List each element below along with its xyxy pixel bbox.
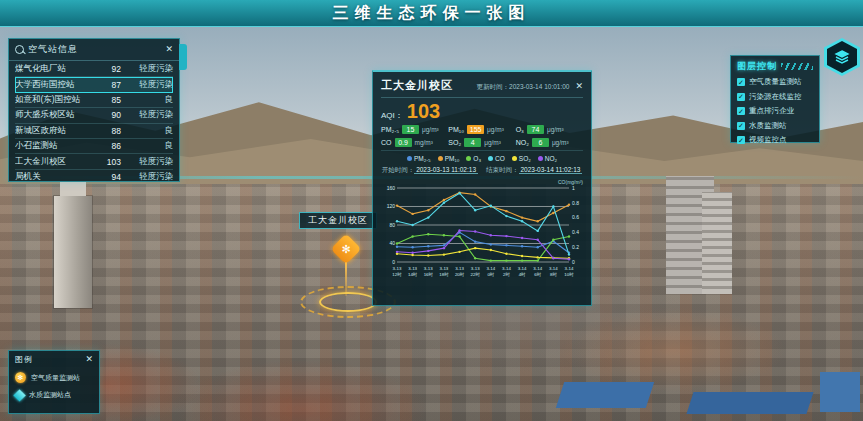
water-station-marker-icon (13, 389, 26, 402)
map-marker-label[interactable]: 工大金川校区 (299, 212, 377, 229)
svg-text:22时: 22时 (471, 272, 481, 277)
page-title: 三维生态环保一张图 (333, 3, 531, 24)
legend-label: O₃ (473, 155, 481, 162)
station-row[interactable]: 煤气化电厂站 92 轻度污染 (15, 62, 173, 77)
pollutant-unit: mg/m³ (415, 139, 433, 146)
station-aqi: 92 (97, 64, 121, 74)
map-building (686, 392, 813, 414)
pollutant-chip: NO₂ 6 μg/m³ (516, 138, 583, 147)
station-name: 新城区政府站 (15, 125, 97, 137)
close-icon[interactable]: ✕ (575, 82, 583, 91)
update-time-value: 2023-03-14 10:01:00 (509, 83, 569, 90)
close-icon[interactable]: ✕ (165, 45, 173, 54)
pollutant-label: PM₁₀ (448, 126, 464, 133)
legend-item[interactable]: CO (488, 155, 505, 162)
svg-text:2时: 2时 (503, 272, 510, 277)
layer-item[interactable]: 重点排污企业 (737, 106, 813, 116)
station-name: 大学西街国控站 (15, 79, 97, 91)
svg-text:0: 0 (392, 259, 395, 265)
checkbox-checked-icon[interactable] (737, 78, 745, 86)
station-row[interactable]: 师大盛乐校区站 90 轻度污染 (15, 108, 173, 123)
layer-item[interactable]: 水质监测站 (737, 121, 813, 131)
map-legend-item: ✻ 空气质量监测站 (15, 372, 93, 383)
station-level: 轻度污染 (121, 109, 173, 121)
station-aqi: 88 (97, 126, 121, 136)
close-icon[interactable]: ✕ (85, 355, 93, 364)
svg-text:8时: 8时 (550, 272, 557, 277)
legend-item[interactable]: SO₂ (512, 155, 531, 162)
air-station-marker-icon[interactable]: ✻ (330, 233, 361, 264)
aqi-value: 103 (407, 101, 440, 121)
pollutant-value-badge: 4 (464, 138, 481, 147)
map-building (54, 196, 92, 308)
svg-text:80: 80 (389, 222, 395, 228)
svg-text:3-14: 3-14 (549, 266, 558, 271)
layer-item[interactable]: 污染源在线监控 (737, 92, 813, 102)
checkbox-checked-icon[interactable] (737, 122, 745, 130)
checkbox-checked-icon[interactable] (737, 136, 745, 144)
pollutant-chip: PM₂.₅ 15 μg/m³ (381, 125, 448, 134)
search-icon (15, 45, 24, 54)
layer-label: 水质监测站 (749, 121, 787, 131)
svg-text:0: 0 (572, 259, 575, 265)
svg-text:16时: 16时 (424, 272, 434, 277)
svg-text:3-13: 3-13 (424, 266, 433, 271)
legend-dot (538, 156, 543, 161)
legend-label: NO₂ (545, 155, 557, 162)
end-time-input[interactable]: 2023-03-14 11:02:13 (519, 166, 583, 174)
pollutant-label: SO₂ (448, 139, 461, 146)
pollutant-unit: μg/m³ (552, 139, 569, 146)
svg-text:0.2: 0.2 (572, 244, 579, 250)
station-row[interactable]: 局机关 94 轻度污染 (15, 170, 173, 184)
layer-control-panel: 图层控制 空气质量监测站 污染源在线监控 重点排污企业 水质监测站 视频监控点 (730, 55, 820, 143)
legend-item[interactable]: PM₁₀ (438, 155, 460, 162)
decor-stripes (781, 63, 813, 70)
station-aqi: 103 (97, 157, 121, 167)
station-name: 如意和(东)国控站 (15, 94, 97, 106)
station-level: 良 (121, 125, 173, 137)
layer-item[interactable]: 空气质量监测站 (737, 77, 813, 87)
station-row[interactable]: 小召监测站 86 良 (15, 139, 173, 154)
legend-dot (488, 156, 493, 161)
station-aqi: 86 (97, 141, 121, 151)
layer-label: 空气质量监测站 (749, 77, 802, 87)
time-range: 开始时间：2023-03-13 11:02:13 结束时间：2023-03-14… (381, 164, 583, 178)
app-window: 工大金川校区 ✻ 三维生态环保一张图 空气站信息 ✕ 煤气化电厂站 92 轻度污… (0, 0, 863, 421)
pollutant-value-badge: 74 (527, 125, 544, 134)
svg-text:12时: 12时 (392, 272, 402, 277)
station-panel-title: 空气站信息 (28, 43, 161, 56)
legend-item[interactable]: PM₂.₅ (407, 155, 431, 162)
layer-label: 重点排污企业 (749, 106, 794, 116)
pollutant-unit: μg/m³ (484, 139, 501, 146)
legend-item[interactable]: NO₂ (538, 155, 557, 162)
aqi-label: AQI： (381, 110, 403, 121)
svg-text:14时: 14时 (408, 272, 418, 277)
checkbox-checked-icon[interactable] (737, 107, 745, 115)
map-legend-title: 图例 (15, 354, 85, 365)
layer-item[interactable]: 视频监控点 (737, 135, 813, 145)
svg-text:4时: 4时 (519, 272, 526, 277)
pollutant-unit: μg/m³ (547, 126, 564, 133)
svg-text:20时: 20时 (455, 272, 465, 277)
svg-text:18时: 18时 (439, 272, 449, 277)
svg-text:0时: 0时 (487, 272, 494, 277)
svg-text:3-14: 3-14 (565, 266, 574, 271)
layer-label: 视频监控点 (749, 135, 787, 145)
pollutant-label: NO₂ (516, 139, 529, 146)
start-time-input[interactable]: 2023-03-13 11:02:13 (414, 166, 478, 174)
station-row[interactable]: 如意和(东)国控站 85 良 (15, 93, 173, 108)
start-time-label: 开始时间： (382, 166, 415, 173)
station-row[interactable]: 大学西街国控站 87 轻度污染 (15, 77, 173, 92)
svg-text:6时: 6时 (534, 272, 541, 277)
map-legend-label: 水质监测站点 (29, 390, 71, 400)
station-row[interactable]: 新城区政府站 88 良 (15, 124, 173, 139)
checkbox-checked-icon[interactable] (737, 93, 745, 101)
pollutant-value-badge: 0.9 (395, 138, 412, 147)
station-row[interactable]: 工大金川校区 103 轻度污染 (15, 154, 173, 169)
legend-item[interactable]: O₃ (466, 155, 481, 162)
station-level: 良 (121, 140, 173, 152)
svg-text:3-13: 3-13 (393, 266, 402, 271)
update-time-label: 更新时间： (477, 83, 510, 90)
panel-collapse-tab[interactable] (179, 44, 187, 70)
map-building (556, 382, 654, 408)
